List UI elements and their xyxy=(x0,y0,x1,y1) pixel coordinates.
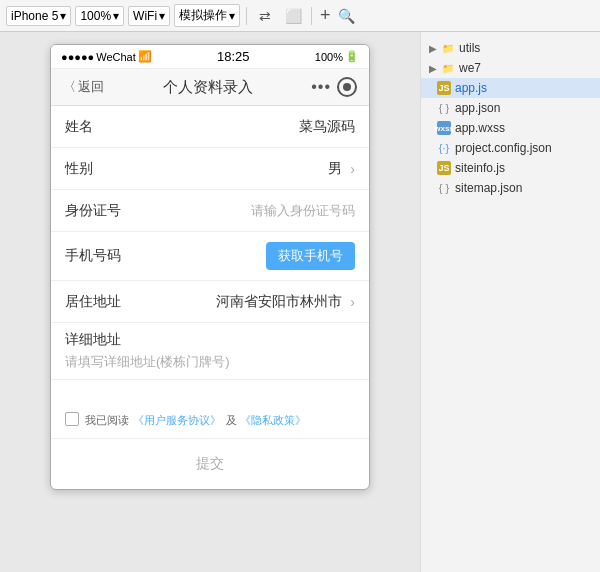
battery-area: 100% 🔋 xyxy=(315,50,359,63)
id-input[interactable]: 请输入身份证号码 xyxy=(251,202,355,220)
spacer xyxy=(51,380,369,400)
submit-button[interactable]: 提交 xyxy=(196,455,224,473)
device-label: iPhone 5 xyxy=(11,9,58,23)
address-row[interactable]: 居住地址 河南省安阳市林州市 › xyxy=(51,281,369,323)
window-button[interactable]: ⬜ xyxy=(281,4,305,28)
agreement-row: 我已阅读 《用户服务协议》 及 《隐私政策》 xyxy=(51,400,369,439)
config-icon: {·} xyxy=(437,141,451,155)
app-js-label: app.js xyxy=(455,81,487,95)
agreement-text: 我已阅读 《用户服务协议》 及 《隐私政策》 xyxy=(85,410,306,428)
zoom-selector[interactable]: 100% ▾ xyxy=(75,6,124,26)
gender-row[interactable]: 性别 男 › xyxy=(51,148,369,190)
record-icon xyxy=(343,83,351,91)
top-toolbar: iPhone 5 ▾ 100% ▾ WiFi ▾ 模拟操作 ▾ ⇄ ⬜ + 🔍 xyxy=(0,0,600,32)
project-config-label: project.config.json xyxy=(455,141,552,155)
zoom-label: 100% xyxy=(80,9,111,23)
back-label: 返回 xyxy=(78,78,104,96)
phone-status-bar: ●●●●● WeChat 📶 18:25 100% 🔋 xyxy=(51,45,369,69)
back-chevron-icon: 〈 xyxy=(63,78,76,96)
file-tree-we7[interactable]: ▶ 📁 we7 xyxy=(421,58,600,78)
file-tree-utils[interactable]: ▶ 📁 utils xyxy=(421,38,600,58)
gender-value: 男 xyxy=(328,160,342,178)
js-icon: JS xyxy=(437,81,451,95)
rotate-button[interactable]: ⇄ xyxy=(253,4,277,28)
file-tree-app-js[interactable]: JS app.js xyxy=(421,78,600,98)
phone-frame: ●●●●● WeChat 📶 18:25 100% 🔋 〈 返回 个人资料录入 xyxy=(50,44,370,490)
add-button[interactable]: + xyxy=(320,5,331,26)
search-button[interactable]: 🔍 xyxy=(335,4,359,28)
device-chevron-icon: ▾ xyxy=(60,9,66,23)
detail-address-row: 详细地址 请填写详细地址(楼栋门牌号) xyxy=(51,323,369,380)
network-selector[interactable]: WiFi ▾ xyxy=(128,6,170,26)
phone-row: 手机号码 获取手机号 xyxy=(51,232,369,281)
page-title: 个人资料录入 xyxy=(163,78,253,97)
device-selector[interactable]: iPhone 5 ▾ xyxy=(6,6,71,26)
file-tree-app-wxss[interactable]: wxss app.wxss xyxy=(421,118,600,138)
mode-chevron-icon: ▾ xyxy=(229,9,235,23)
privacy-link[interactable]: 《隐私政策》 xyxy=(240,414,306,426)
js-icon-2: JS xyxy=(437,161,451,175)
detail-address-input[interactable]: 请填写详细地址(楼栋门牌号) xyxy=(65,353,230,371)
signal-icon: ●●●●● xyxy=(61,51,94,63)
toolbar-divider xyxy=(246,7,247,25)
chevron-right-icon-2: ▶ xyxy=(429,63,437,74)
app-wxss-label: app.wxss xyxy=(455,121,505,135)
name-label: 姓名 xyxy=(65,118,125,136)
network-label: WiFi xyxy=(133,9,157,23)
id-row: 身份证号 请输入身份证号码 xyxy=(51,190,369,232)
wxss-icon: wxss xyxy=(437,121,451,135)
address-label: 居住地址 xyxy=(65,293,125,311)
get-phone-button[interactable]: 获取手机号 xyxy=(266,242,355,270)
we7-label: we7 xyxy=(459,61,481,75)
app-json-label: app.json xyxy=(455,101,500,115)
agreement-checkbox[interactable] xyxy=(65,412,79,426)
folder-icon: 📁 xyxy=(441,41,455,55)
folder-icon-2: 📁 xyxy=(441,61,455,75)
back-button[interactable]: 〈 返回 xyxy=(63,78,104,96)
name-value[interactable]: 菜鸟源码 xyxy=(299,118,355,136)
phone-label: 手机号码 xyxy=(65,247,125,265)
battery-pct: 100% xyxy=(315,51,343,63)
address-value-row: 河南省安阳市林州市 › xyxy=(216,293,355,311)
phone-nav-bar: 〈 返回 个人资料录入 ••• xyxy=(51,69,369,106)
agreement-mid: 及 xyxy=(226,414,240,426)
mode-label: 模拟操作 xyxy=(179,7,227,24)
utils-label: utils xyxy=(459,41,480,55)
mode-selector[interactable]: 模拟操作 ▾ xyxy=(174,4,240,27)
json-icon: { } xyxy=(437,101,451,115)
address-value: 河南省安阳市林州市 xyxy=(216,293,342,311)
right-panel: ▶ 📁 utils ▶ 📁 we7 JS app.js { } app.json… xyxy=(420,32,600,572)
left-panel: ●●●●● WeChat 📶 18:25 100% 🔋 〈 返回 个人资料录入 xyxy=(0,32,420,572)
file-tree-app-json[interactable]: { } app.json xyxy=(421,98,600,118)
wifi-icon: 📶 xyxy=(138,50,152,63)
file-tree-sitemap[interactable]: { } sitemap.json xyxy=(421,178,600,198)
main-area: ●●●●● WeChat 📶 18:25 100% 🔋 〈 返回 个人资料录入 xyxy=(0,32,600,572)
form-body: 姓名 菜鸟源码 性别 男 › 身份证号 请输入身份证号码 xyxy=(51,106,369,489)
network-chevron-icon: ▾ xyxy=(159,9,165,23)
siteinfo-label: siteinfo.js xyxy=(455,161,505,175)
battery-icon: 🔋 xyxy=(345,50,359,63)
id-label: 身份证号 xyxy=(65,202,125,220)
file-tree-project-config[interactable]: {·} project.config.json xyxy=(421,138,600,158)
file-tree-siteinfo[interactable]: JS siteinfo.js xyxy=(421,158,600,178)
sitemap-label: sitemap.json xyxy=(455,181,522,195)
nav-actions: ••• xyxy=(311,77,357,97)
json-icon-2: { } xyxy=(437,181,451,195)
record-button[interactable] xyxy=(337,77,357,97)
more-button[interactable]: ••• xyxy=(311,78,331,96)
detail-address-label: 详细地址 xyxy=(65,331,121,349)
agreement-prefix: 我已阅读 xyxy=(85,414,129,426)
signal-area: ●●●●● WeChat 📶 xyxy=(61,50,152,63)
toolbar-divider-2 xyxy=(311,7,312,25)
terms-link[interactable]: 《用户服务协议》 xyxy=(133,414,221,426)
app-name: WeChat xyxy=(96,51,136,63)
chevron-right-icon: ▶ xyxy=(429,43,437,54)
gender-value-row: 男 › xyxy=(328,160,355,178)
gender-label: 性别 xyxy=(65,160,125,178)
submit-row: 提交 xyxy=(51,439,369,489)
name-row: 姓名 菜鸟源码 xyxy=(51,106,369,148)
time-display: 18:25 xyxy=(217,49,250,64)
gender-arrow-icon: › xyxy=(350,161,355,177)
zoom-chevron-icon: ▾ xyxy=(113,9,119,23)
address-arrow-icon: › xyxy=(350,294,355,310)
